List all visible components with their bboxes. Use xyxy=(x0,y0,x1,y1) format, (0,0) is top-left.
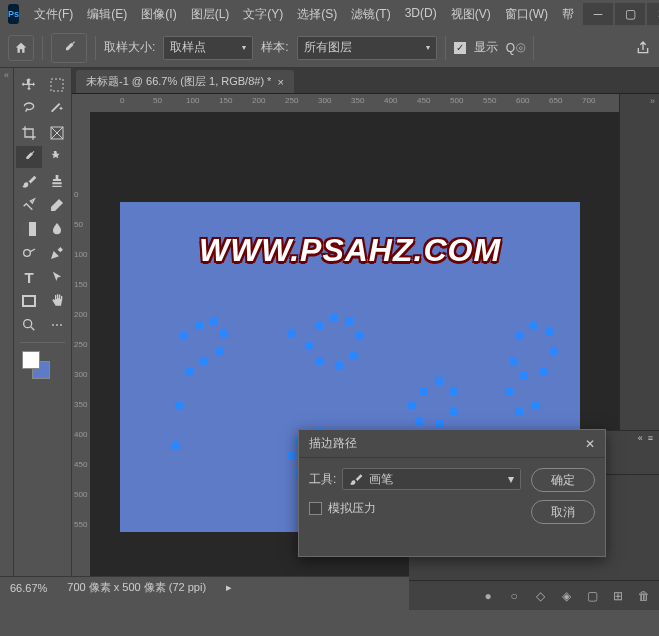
cancel-button[interactable]: 取消 xyxy=(531,500,595,524)
separator xyxy=(445,36,446,60)
menu-type[interactable]: 文字(Y) xyxy=(236,2,290,27)
share-icon[interactable] xyxy=(635,40,651,56)
move-tool[interactable] xyxy=(16,74,42,96)
crop-tool[interactable] xyxy=(16,122,42,144)
brush-icon xyxy=(349,472,363,486)
document-tabs: 未标题-1 @ 66.7% (图层 1, RGB/8#) * × xyxy=(72,68,659,94)
history-brush-tool[interactable] xyxy=(16,194,42,216)
stamp-tool[interactable] xyxy=(44,170,70,192)
eyedropper-preview[interactable] xyxy=(51,33,87,63)
titlebar: Ps 文件(F) 编辑(E) 图像(I) 图层(L) 文字(Y) 选择(S) 滤… xyxy=(0,0,659,28)
window-controls: ─ ▢ ✕ xyxy=(581,3,659,25)
ruler-horizontal: 050 100150 200250 300350 400450 500550 6… xyxy=(90,94,659,112)
minimize-button[interactable]: ─ xyxy=(583,3,613,25)
new-icon[interactable]: ⊞ xyxy=(611,589,625,603)
svg-rect-5 xyxy=(22,222,29,236)
menu-help[interactable]: 帮 xyxy=(555,2,581,27)
chevron-right-icon: » xyxy=(620,94,659,108)
tab-close-icon[interactable]: × xyxy=(277,76,283,88)
frame-tool[interactable] xyxy=(44,122,70,144)
document-tab[interactable]: 未标题-1 @ 66.7% (图层 1, RGB/8#) * × xyxy=(76,70,294,93)
tools-panel: T ⋯ xyxy=(14,68,72,576)
sample-ring-icon[interactable]: Q ⦾ xyxy=(506,41,526,55)
sample-label: 样本: xyxy=(261,39,288,56)
pen-tool[interactable] xyxy=(44,242,70,264)
type-tool[interactable]: T xyxy=(16,266,42,288)
eyedropper-tool[interactable] xyxy=(16,146,42,168)
square-icon[interactable]: ▢ xyxy=(585,589,599,603)
chevron-down-icon: ▾ xyxy=(426,43,430,52)
dialog-close-icon[interactable]: ✕ xyxy=(585,437,595,451)
show-checkbox[interactable]: ✓ xyxy=(454,42,466,54)
separator xyxy=(533,36,534,60)
separator xyxy=(95,36,96,60)
blur-tool[interactable] xyxy=(44,218,70,240)
menu-file[interactable]: 文件(F) xyxy=(27,2,80,27)
menu-filter[interactable]: 滤镜(T) xyxy=(344,2,397,27)
zoom-tool[interactable] xyxy=(16,314,42,336)
zoom-level[interactable]: 66.67% xyxy=(10,582,47,594)
sample-size-value: 取样点 xyxy=(170,39,206,56)
svg-rect-0 xyxy=(51,79,63,91)
brush-tool[interactable] xyxy=(16,170,42,192)
dodge-tool[interactable] xyxy=(16,242,42,264)
simulate-pressure-label: 模拟压力 xyxy=(328,500,376,517)
marquee-tool[interactable] xyxy=(44,74,70,96)
rectangle-tool[interactable] xyxy=(16,290,42,312)
maximize-button[interactable]: ▢ xyxy=(615,3,645,25)
sample-size-select[interactable]: 取样点 ▾ xyxy=(163,36,253,60)
svg-point-6 xyxy=(24,250,31,257)
menu-image[interactable]: 图像(I) xyxy=(134,2,183,27)
sample-value: 所有图层 xyxy=(304,39,352,56)
wand-tool[interactable] xyxy=(44,98,70,120)
dialog-title: 描边路径 xyxy=(309,435,357,452)
hand-tool[interactable] xyxy=(44,290,70,312)
path-select-tool[interactable] xyxy=(44,266,70,288)
collapse-bar[interactable]: « xyxy=(0,68,14,576)
doc-dimensions: 700 像素 x 500 像素 (72 ppi) xyxy=(67,580,206,595)
menu-select[interactable]: 选择(S) xyxy=(290,2,344,27)
circle-fill-icon[interactable]: ● xyxy=(481,589,495,603)
foreground-swatch[interactable] xyxy=(22,351,40,369)
home-icon[interactable] xyxy=(8,35,34,61)
menu-3d[interactable]: 3D(D) xyxy=(398,2,444,27)
chevron-left-icon: « xyxy=(0,68,13,80)
menu-view[interactable]: 视图(V) xyxy=(444,2,498,27)
tool-select[interactable]: 画笔 ▾ xyxy=(342,468,521,490)
status-arrow-icon[interactable]: ▸ xyxy=(226,581,232,594)
ruler-vertical: 050 100150 200250 300350 400450 500550 xyxy=(72,94,90,576)
show-label: 显示 xyxy=(474,39,498,56)
eraser-tool[interactable] xyxy=(44,194,70,216)
svg-rect-7 xyxy=(23,296,35,306)
sample-size-label: 取样大小: xyxy=(104,39,155,56)
chevron-down-icon: ▾ xyxy=(242,43,246,52)
svg-point-8 xyxy=(24,320,32,328)
swatches[interactable] xyxy=(14,347,71,387)
menu-edit[interactable]: 编辑(E) xyxy=(80,2,134,27)
tab-title: 未标题-1 @ 66.7% (图层 1, RGB/8#) * xyxy=(86,74,271,89)
tool-value: 画笔 xyxy=(369,471,393,488)
trash-icon[interactable]: 🗑 xyxy=(637,589,651,603)
diamond-icon[interactable]: ◇ xyxy=(533,589,547,603)
separator xyxy=(42,36,43,60)
lasso-tool[interactable] xyxy=(16,98,42,120)
more-tool[interactable]: ⋯ xyxy=(44,314,70,336)
menu-layer[interactable]: 图层(L) xyxy=(184,2,237,27)
ok-button[interactable]: 确定 xyxy=(531,468,595,492)
menu-window[interactable]: 窗口(W) xyxy=(498,2,555,27)
panel-menu-icon[interactable]: ≡ xyxy=(648,433,653,445)
sample-select[interactable]: 所有图层 ▾ xyxy=(297,36,437,60)
heal-tool[interactable] xyxy=(44,146,70,168)
panel-footer: ● ○ ◇ ◈ ▢ ⊞ 🗑 xyxy=(409,580,659,610)
app-logo: Ps xyxy=(8,4,19,24)
circle-icon[interactable]: ○ xyxy=(507,589,521,603)
simulate-pressure-checkbox[interactable] xyxy=(309,502,322,515)
canvas-headline: WWW.PSAHZ.COM xyxy=(120,232,580,269)
close-button[interactable]: ✕ xyxy=(647,3,659,25)
gradient-tool[interactable] xyxy=(16,218,42,240)
tool-label: 工具: xyxy=(309,471,336,488)
target-icon[interactable]: ◈ xyxy=(559,589,573,603)
menu-bar: 文件(F) 编辑(E) 图像(I) 图层(L) 文字(Y) 选择(S) 滤镜(T… xyxy=(27,2,581,27)
stroke-path-dialog: 描边路径 ✕ 工具: 画笔 ▾ 模拟压力 确定 取消 xyxy=(298,429,606,557)
panel-collapse-icon[interactable]: « xyxy=(638,433,643,445)
